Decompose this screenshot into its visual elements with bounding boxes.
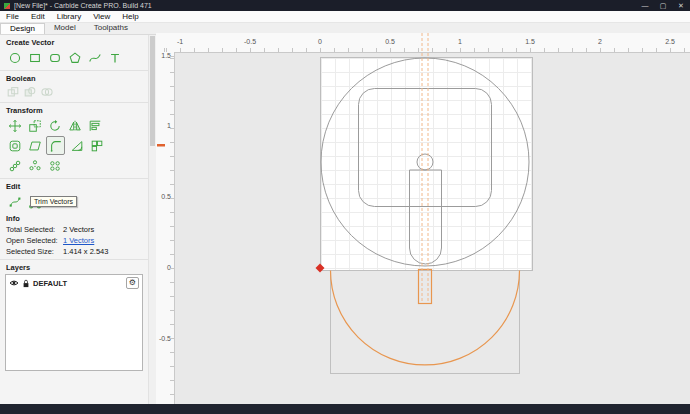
vector-large-circle[interactable] <box>321 58 529 266</box>
origin-marker <box>316 264 325 273</box>
layer-lock-icon[interactable] <box>22 279 30 288</box>
window-title: [New File]* - Carbide Create PRO. Build … <box>14 0 152 11</box>
align-tool-icon[interactable] <box>86 117 103 134</box>
polygon-tool-icon[interactable] <box>66 49 83 66</box>
separator <box>0 70 148 71</box>
layer-name: DEFAULT <box>33 279 67 288</box>
boolean-intersect-tool-icon[interactable] <box>40 85 54 98</box>
layer-settings-gear-icon[interactable]: ⚙ <box>126 277 139 289</box>
menu-library[interactable]: Library <box>51 11 87 22</box>
selected-size-value: 1.414 x 2.543 <box>63 247 108 256</box>
transform-tools-row3 <box>0 156 148 175</box>
tooltip: Trim Vectors <box>30 196 77 207</box>
info-total-selected: Total Selected: 2 Vectors <box>6 225 148 234</box>
measure-tool-icon[interactable] <box>68 137 85 154</box>
menu-file[interactable]: File <box>0 11 25 22</box>
app-icon <box>4 3 10 9</box>
fillet-tool-icon[interactable] <box>46 136 65 155</box>
selected-size-label: Selected Size: <box>6 247 63 256</box>
design-tool-panel: Create Vector Boolean <box>0 35 148 404</box>
section-info: Info <box>6 214 148 223</box>
info-selected-size: Selected Size: 1.414 x 2.543 <box>6 247 148 256</box>
scale-tool-icon[interactable] <box>26 117 43 134</box>
move-tool-icon[interactable] <box>6 117 23 134</box>
design-canvas-area: -1 -0.5 0 0.5 1 1.5 2 2.5 1.5 1 0.5 0 -0… <box>156 33 690 404</box>
rounded-rectangle-tool-icon[interactable] <box>46 49 63 66</box>
menu-edit[interactable]: Edit <box>25 11 51 22</box>
curve-tool-icon[interactable] <box>86 49 103 66</box>
canvas-vectors[interactable] <box>156 33 690 404</box>
info-open-selected: Open Selected: 1 Vectors <box>6 236 148 245</box>
boolean-tools <box>0 84 148 99</box>
transform-tools-row1 <box>0 116 148 135</box>
section-layers: Layers <box>6 263 148 272</box>
transform-tools-row2 <box>0 135 148 156</box>
menu-view[interactable]: View <box>87 11 116 22</box>
tab-toolpaths[interactable]: Toolpaths <box>85 23 137 34</box>
nest-vectors-tool-icon[interactable] <box>88 137 105 154</box>
minimize-button-icon[interactable]: — <box>636 0 654 11</box>
create-vector-tools <box>0 48 148 67</box>
vector-small-circle[interactable] <box>417 154 433 170</box>
section-edit: Edit <box>6 182 148 191</box>
text-tool-icon[interactable] <box>106 49 123 66</box>
vector-rounded-rectangle[interactable] <box>359 89 492 207</box>
dashed-guide-lines <box>422 33 428 303</box>
open-selected-label: Open Selected: <box>6 236 63 245</box>
circular-array-tool-icon[interactable] <box>26 157 43 174</box>
selected-slot-rect[interactable] <box>419 270 432 304</box>
title-bar: [New File]* - Carbide Create PRO. Build … <box>0 0 690 11</box>
rotate-tool-icon[interactable] <box>46 117 63 134</box>
selected-vectors[interactable] <box>331 270 520 365</box>
maximize-button-icon[interactable]: ▢ <box>654 0 672 11</box>
section-create-vector: Create Vector <box>6 38 148 47</box>
boolean-union-tool-icon[interactable] <box>6 85 20 98</box>
tab-design[interactable]: Design <box>0 23 45 34</box>
total-selected-value: 2 Vectors <box>63 225 94 234</box>
open-selected-link[interactable]: 1 Vectors <box>63 236 94 245</box>
total-selected-label: Total Selected: <box>6 225 63 234</box>
separator <box>0 178 148 179</box>
circle-tool-icon[interactable] <box>6 49 23 66</box>
boolean-subtract-tool-icon[interactable] <box>23 85 37 98</box>
section-boolean: Boolean <box>6 74 148 83</box>
shear-tool-icon[interactable] <box>26 137 43 154</box>
rectangle-tool-icon[interactable] <box>26 49 43 66</box>
close-button-icon[interactable]: ✕ <box>672 0 690 11</box>
grid-array-tool-icon[interactable] <box>46 157 63 174</box>
separator <box>0 259 148 260</box>
mirror-tool-icon[interactable] <box>66 117 83 134</box>
linear-array-tool-icon[interactable] <box>6 157 23 174</box>
layer-row-default[interactable]: DEFAULT ⚙ <box>6 275 142 291</box>
vector-slot-tube[interactable] <box>410 170 442 264</box>
taskbar <box>0 404 690 414</box>
selected-semicircle[interactable] <box>331 271 520 365</box>
tab-model[interactable]: Model <box>45 23 85 34</box>
node-edit-tool-icon[interactable] <box>6 193 23 210</box>
carbide-create-window: [New File]* - Carbide Create PRO. Build … <box>0 0 690 414</box>
separator <box>0 102 148 103</box>
lower-boundary-rect[interactable] <box>331 271 520 374</box>
offset-vectors-tool-icon[interactable] <box>6 137 23 154</box>
panel-scrollbar-thumb[interactable] <box>150 36 155 146</box>
layer-visibility-eye-icon[interactable] <box>9 279 19 287</box>
section-transform: Transform <box>6 106 148 115</box>
menu-bar: File Edit Library View Help <box>0 11 690 23</box>
ruler-position-indicator <box>157 144 165 147</box>
menu-help[interactable]: Help <box>116 11 144 22</box>
design-vectors[interactable] <box>321 58 529 266</box>
layers-list: DEFAULT ⚙ <box>5 274 143 371</box>
